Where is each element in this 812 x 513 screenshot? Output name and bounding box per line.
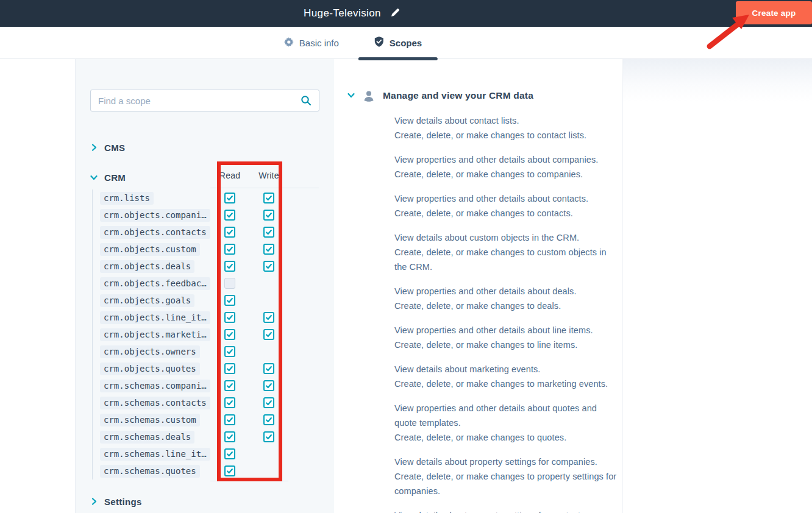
read-checkbox[interactable] <box>224 363 235 374</box>
scope-description-group: View details about property settings for… <box>394 455 622 498</box>
read-checkbox[interactable] <box>224 414 235 425</box>
read-checkbox[interactable] <box>224 210 235 221</box>
scope-name-chip: crm.objects.line_it… <box>100 311 210 324</box>
section-crm-label: CRM <box>104 172 126 183</box>
scope-description-line: Create, delete, or make changes to conta… <box>394 206 622 221</box>
write-cell <box>249 193 288 203</box>
read-checkbox[interactable] <box>224 278 235 289</box>
tab-scopes-label: Scopes <box>390 38 422 48</box>
scope-description-line: View properties and other details about … <box>394 152 622 167</box>
write-checkbox[interactable] <box>263 244 274 255</box>
scope-description-line: View properties and other details about … <box>394 323 622 338</box>
tab-bar: Basic info Scopes <box>0 27 812 59</box>
chevron-down-icon <box>90 175 98 180</box>
section-settings[interactable]: Settings <box>90 495 319 508</box>
section-cms[interactable]: CMS <box>90 141 319 154</box>
tab-scopes[interactable]: Scopes <box>374 27 422 58</box>
scope-row: crm.objects.deals <box>100 258 319 275</box>
scope-description-line: Create, delete, or make changes to line … <box>394 338 622 352</box>
read-cell <box>210 210 249 221</box>
read-checkbox[interactable] <box>224 465 235 476</box>
scope-description-line: companies. <box>394 484 622 498</box>
write-checkbox[interactable] <box>263 261 274 272</box>
scope-row: crm.objects.quotes <box>100 360 319 377</box>
read-cell <box>210 193 249 203</box>
column-footer-divider <box>210 481 288 481</box>
read-column-header: Read <box>210 171 249 180</box>
create-app-button[interactable]: Create app <box>736 1 812 24</box>
scope-row: crm.objects.custom <box>100 241 319 258</box>
read-cell <box>210 329 249 340</box>
read-checkbox[interactable] <box>224 312 235 323</box>
left-gutter <box>0 59 75 513</box>
scope-descriptions: View details about contact lists.Create,… <box>394 113 622 513</box>
scope-row: crm.schemas.contacts <box>100 394 319 411</box>
read-checkbox[interactable] <box>224 193 235 203</box>
gear-icon <box>284 37 294 49</box>
scope-row: crm.objects.contacts <box>100 224 319 241</box>
read-checkbox[interactable] <box>224 431 235 442</box>
scope-description-group: View details about property settings for… <box>394 508 622 513</box>
write-cell <box>249 431 288 442</box>
scope-name-chip: crm.objects.feedbac… <box>100 277 210 290</box>
read-cell <box>210 346 249 357</box>
section-crm[interactable]: CRM Read Write <box>90 170 319 185</box>
right-gutter <box>623 59 812 513</box>
scope-name-chip: crm.schemas.quotes <box>100 465 200 478</box>
read-checkbox[interactable] <box>224 227 235 238</box>
read-checkbox[interactable] <box>224 397 235 408</box>
scope-description-line: View properties and other details about … <box>394 284 622 299</box>
scope-description-line: View details about contact lists. <box>394 113 622 128</box>
chevron-right-icon <box>90 498 98 505</box>
write-checkbox[interactable] <box>263 380 274 391</box>
read-cell <box>210 295 249 306</box>
scope-name-chip: crm.objects.contacts <box>100 226 210 239</box>
scope-description-group: View properties and other details about … <box>394 284 622 313</box>
scope-description-line: View details about marketing events. <box>394 362 622 377</box>
read-cell <box>210 363 249 374</box>
write-checkbox[interactable] <box>263 193 274 203</box>
scope-name-chip: crm.objects.compani… <box>100 209 210 222</box>
read-cell <box>210 414 249 425</box>
read-checkbox[interactable] <box>224 244 235 255</box>
write-checkbox[interactable] <box>263 312 274 323</box>
scope-panel: CMS CRM Read Write crm.listscrm.objects.… <box>75 59 334 513</box>
scope-description-line: View properties and other details about … <box>394 401 622 416</box>
write-checkbox[interactable] <box>263 329 274 340</box>
write-checkbox[interactable] <box>263 431 274 442</box>
read-cell <box>210 278 249 289</box>
scope-row: crm.lists <box>100 189 319 207</box>
edit-title-button[interactable] <box>390 8 400 19</box>
scope-description-group: View details about contact lists.Create,… <box>394 113 622 143</box>
tab-basic-info[interactable]: Basic info <box>284 27 339 58</box>
write-checkbox[interactable] <box>263 210 274 221</box>
scope-description-line: Create, delete, or make changes to prope… <box>394 469 622 484</box>
read-checkbox[interactable] <box>224 346 235 357</box>
scope-description-line: View details about custom objects in the… <box>394 230 622 245</box>
scope-name-chip: crm.schemas.deals <box>100 431 194 444</box>
read-checkbox[interactable] <box>224 329 235 340</box>
scope-row: crm.schemas.quotes <box>100 462 319 479</box>
read-checkbox[interactable] <box>224 380 235 391</box>
scope-description-group: View properties and other details about … <box>394 401 622 445</box>
scope-detail-panel: Manage and view your CRM data View detai… <box>334 59 622 513</box>
write-checkbox[interactable] <box>263 414 274 425</box>
scope-search-input[interactable] <box>91 90 319 111</box>
scope-description-line: Create, delete, or make changes to conta… <box>394 128 622 143</box>
chevron-down-icon[interactable] <box>347 93 355 98</box>
write-checkbox[interactable] <box>263 363 274 374</box>
active-tab-underline <box>358 57 438 60</box>
write-checkbox[interactable] <box>263 397 274 408</box>
read-cell <box>210 431 249 442</box>
read-cell <box>210 448 249 459</box>
scope-description-line: Create, delete, or make changes to deals… <box>394 299 622 313</box>
read-checkbox[interactable] <box>224 295 235 306</box>
scope-description-line: Create, delete, or make changes to marke… <box>394 377 622 391</box>
scope-description-group: View details about custom objects in the… <box>394 230 622 274</box>
read-checkbox[interactable] <box>224 261 235 272</box>
write-checkbox[interactable] <box>263 227 274 238</box>
read-cell <box>210 380 249 391</box>
scope-name-chip: crm.schemas.compani… <box>100 380 210 392</box>
tab-basic-info-label: Basic info <box>299 38 339 48</box>
read-checkbox[interactable] <box>224 448 235 459</box>
